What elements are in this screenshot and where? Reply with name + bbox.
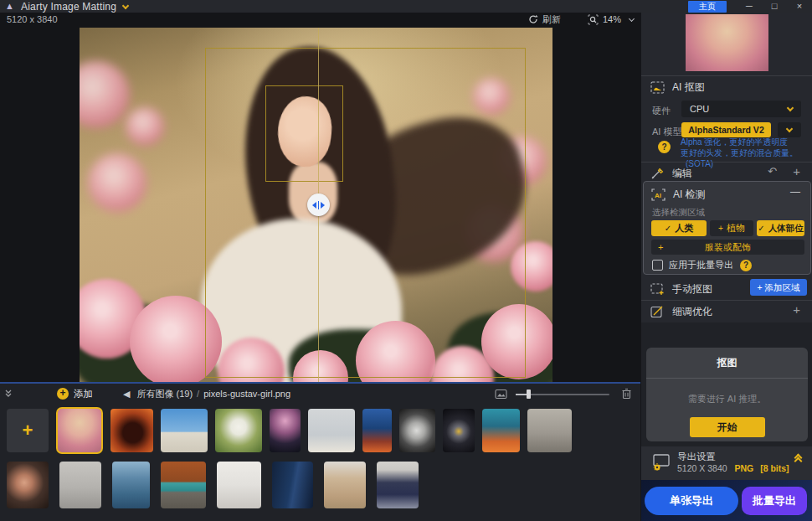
- trash-icon[interactable]: [621, 388, 632, 400]
- flower-blob: [80, 61, 130, 128]
- thumb-dandelion[interactable]: [215, 409, 262, 452]
- section-edit[interactable]: 编辑: [650, 167, 692, 181]
- thumb-teal-car[interactable]: [161, 462, 206, 508]
- plus-icon: +: [757, 282, 762, 292]
- check-icon: ✓: [758, 224, 764, 233]
- collapse-section-icon[interactable]: —: [790, 186, 800, 198]
- thumb-beach-figure[interactable]: [527, 409, 572, 452]
- hardware-label: 硬件: [652, 105, 671, 117]
- maximize-button[interactable]: □: [763, 1, 785, 13]
- model-help-icon[interactable]: ?: [658, 141, 671, 153]
- single-export-button[interactable]: 单张导出: [645, 487, 738, 515]
- detect-clothes-button[interactable]: + 服装或配饰: [651, 240, 804, 255]
- add-region-button[interactable]: + 添加区域: [750, 279, 807, 296]
- thumb-neon-woman[interactable]: [362, 409, 392, 452]
- image-dimensions: 5120 x 3840: [7, 14, 58, 24]
- plus-circle-icon: +: [57, 388, 69, 400]
- zoom-level: 14%: [603, 14, 621, 24]
- section-refine[interactable]: 细调优化: [650, 305, 712, 319]
- thumb-navy-outfit[interactable]: [377, 462, 419, 508]
- add-edit-icon[interactable]: +: [793, 164, 800, 178]
- breadcrumb-filename: pixels-gustav-girl.png: [203, 389, 290, 399]
- refresh-button[interactable]: 刷新: [528, 13, 561, 26]
- detect-plant-button[interactable]: + 植物: [710, 220, 753, 236]
- ai-model-select[interactable]: AlphaStandard V2: [681, 122, 771, 137]
- close-button[interactable]: ×: [789, 1, 810, 13]
- compare-bar-icon: [318, 201, 320, 209]
- photo-canvas[interactable]: [80, 28, 552, 382]
- thumbnail-size-slider[interactable]: [516, 389, 609, 399]
- thumb-jumping-group[interactable]: [308, 409, 355, 452]
- add-refine-icon[interactable]: +: [793, 302, 800, 317]
- export-settings-value: 5120 X 3840 PNG [8 bits]: [677, 463, 789, 473]
- add-image-button[interactable]: + 添加: [57, 388, 93, 400]
- compare-handle[interactable]: [307, 193, 330, 216]
- export-settings-row[interactable]: 导出设置 5120 X 3840 PNG [8 bits]: [641, 446, 812, 480]
- hardware-select[interactable]: CPU: [681, 101, 801, 117]
- thumb-smiling-woman[interactable]: [7, 462, 49, 508]
- check-icon: ✓: [665, 224, 671, 233]
- thumb-white-sofa[interactable]: [217, 462, 261, 508]
- preview-thumbnail[interactable]: [686, 14, 768, 71]
- zoom-control[interactable]: 14%: [588, 14, 634, 25]
- zoom-chevron-down-icon[interactable]: [629, 15, 635, 21]
- collapse-export-icon[interactable]: [795, 455, 801, 462]
- app-menu-chevron-down-icon[interactable]: [122, 2, 129, 8]
- app-title: Aiarty Image Matting: [21, 1, 116, 13]
- collapse-filmstrip-icon[interactable]: [3, 389, 13, 399]
- thumb-beige-coat[interactable]: [324, 462, 366, 508]
- apply-batch-checkbox[interactable]: [652, 260, 663, 271]
- ai-detect-panel: AI AI 检测 — 选择检测区域 ✓ 人类 + 植物 ✓ 人体部位 + 服装或…: [643, 181, 811, 275]
- batch-export-button[interactable]: 批量导出: [742, 487, 807, 515]
- thumb-blue-hair-woman[interactable]: [482, 409, 520, 452]
- compare-left-arrow-icon: [312, 202, 316, 209]
- breadcrumb: ◀ 所有图像 (19) / pixels-gustav-girl.png: [123, 388, 290, 400]
- thumb-orange-silhouette[interactable]: [110, 409, 153, 452]
- manual-matting-icon: [650, 283, 665, 296]
- canvas-zone: 5120 x 3840 刷新 14%: [0, 13, 640, 382]
- undo-icon[interactable]: ↶: [768, 165, 777, 178]
- export-bits: [8 bits]: [760, 463, 789, 473]
- svg-text:AI: AI: [655, 192, 661, 199]
- canvas-toolbar: 刷新 14%: [528, 13, 634, 25]
- minimize-button[interactable]: ─: [738, 1, 760, 13]
- magnifier-icon: [588, 14, 599, 25]
- back-arrow-icon[interactable]: ◀: [123, 389, 130, 400]
- filmstrip-tools: [495, 384, 632, 404]
- thumb-skateboarder[interactable]: [161, 409, 208, 452]
- ai-model-label: AI 模型: [652, 126, 681, 138]
- face-detection-rect[interactable]: [265, 85, 343, 182]
- thumb-jellyfish[interactable]: [270, 409, 301, 452]
- thumb-girl-flowers[interactable]: [56, 407, 103, 454]
- apply-batch-row: 应用于批量导出 ?: [652, 259, 752, 271]
- batch-help-icon[interactable]: ?: [740, 260, 752, 271]
- add-image-tile[interactable]: +: [7, 409, 49, 452]
- breadcrumb-all-images[interactable]: 所有图像 (19): [136, 388, 193, 400]
- detect-area-hint: 选择检测区域: [652, 207, 705, 219]
- ai-detect-icon: AI: [651, 188, 666, 201]
- section-ai-matting[interactable]: AI 抠图: [650, 80, 705, 95]
- detect-human-button[interactable]: ✓ 人类: [651, 220, 707, 236]
- matting-message: 需要进行 AI 推理。: [646, 393, 808, 405]
- thumb-dark-flower[interactable]: [443, 409, 475, 452]
- compare-right-arrow-icon: [321, 202, 325, 209]
- person-detection-rect[interactable]: [205, 48, 526, 378]
- ai-detect-header[interactable]: AI AI 检测: [651, 188, 706, 202]
- ai-model-chevron-button[interactable]: [778, 122, 801, 137]
- home-button[interactable]: 主页: [688, 1, 727, 13]
- refresh-icon: [528, 14, 538, 24]
- thumbnail-size-icon: [495, 389, 507, 400]
- app-window: ▲ Aiarty Image Matting 主页 ─ □ × 5120 x 3…: [0, 0, 812, 521]
- export-format: PNG: [734, 463, 753, 473]
- start-button[interactable]: 开始: [690, 417, 765, 437]
- thumb-veiled-woman[interactable]: [59, 462, 101, 508]
- app-logo-icon: ▲: [5, 2, 16, 11]
- thumb-runway-dark[interactable]: [272, 462, 313, 508]
- section-manual-matting[interactable]: 手动抠图: [650, 282, 712, 297]
- detect-body-parts-button[interactable]: ✓ 人体部位: [757, 220, 804, 236]
- slider-thumb[interactable]: [527, 389, 531, 399]
- ai-matting-icon: [650, 81, 665, 94]
- thumb-blue-costume-woman[interactable]: [112, 462, 150, 508]
- thumb-white-fabric[interactable]: [399, 409, 435, 452]
- flower-blob: [88, 153, 146, 212]
